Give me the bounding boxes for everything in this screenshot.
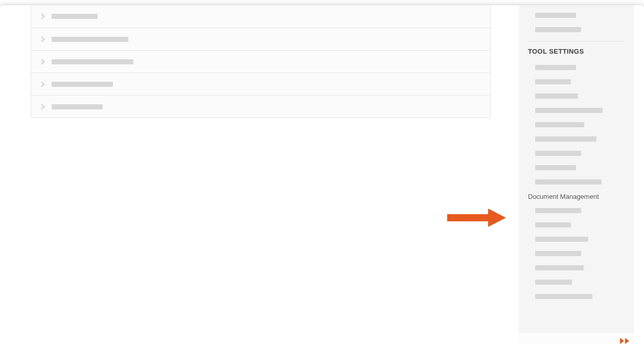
sidebar-item-label — [535, 108, 603, 113]
sidebar-item[interactable] — [528, 218, 625, 232]
accordion-item[interactable] — [31, 28, 490, 50]
sidebar-item-label — [535, 179, 602, 185]
chevron-right-icon — [40, 104, 45, 109]
sidebar-item[interactable] — [528, 8, 625, 22]
sidebar-item-document-management[interactable]: Document Management — [528, 189, 625, 203]
sidebar-item-label — [535, 122, 584, 127]
sidebar-item[interactable] — [528, 75, 625, 89]
sidebar-item-label — [535, 294, 592, 299]
chevron-right-icon — [40, 14, 45, 19]
sidebar-item-label — [535, 94, 578, 99]
accordion-item[interactable] — [31, 50, 490, 73]
sidebar-bottom-bar — [519, 332, 634, 344]
accordion-item[interactable] — [31, 5, 490, 28]
tool-settings-heading: TOOL SETTINGS — [528, 48, 625, 55]
sidebar-item[interactable] — [528, 160, 625, 175]
sidebar-divider — [528, 41, 625, 41]
sidebar-item-label — [535, 13, 576, 18]
sidebar-item-label — [535, 165, 576, 170]
annotation-arrow — [447, 209, 506, 227]
chevron-right-icon — [40, 59, 45, 64]
sidebar-item-label — [535, 222, 571, 227]
accordion-item[interactable] — [31, 95, 490, 118]
sidebar-item-label — [535, 208, 581, 213]
accordion-item-label — [52, 104, 103, 109]
svg-rect-0 — [447, 214, 491, 221]
accordion-item[interactable] — [31, 73, 490, 95]
sidebar-item[interactable] — [528, 261, 625, 275]
sidebar-item[interactable] — [528, 289, 625, 304]
sidebar-item[interactable] — [528, 103, 625, 118]
sidebar-item[interactable] — [528, 175, 625, 189]
accordion-item-label — [52, 37, 128, 42]
accordion-item-label — [52, 14, 98, 19]
sidebar-item[interactable] — [528, 132, 625, 146]
sidebar-item[interactable] — [528, 232, 625, 246]
sidebar-item-label — [535, 27, 581, 32]
accordion-item-label — [52, 82, 113, 87]
sidebar-item[interactable] — [528, 60, 625, 75]
fast-forward-icon[interactable] — [619, 337, 631, 344]
sidebar-item-label — [535, 151, 581, 156]
tool-settings-list: Document Management — [528, 60, 625, 304]
right-sidebar: TOOL SETTINGS Document Management — [519, 5, 634, 332]
chevron-right-icon — [40, 82, 45, 87]
sidebar-item-label — [535, 136, 596, 142]
sidebar-item[interactable] — [528, 275, 625, 289]
sidebar-item-label — [535, 237, 588, 242]
sidebar-item-label: Document Management — [528, 193, 599, 200]
sidebar-item-label — [535, 280, 572, 285]
app-frame: TOOL SETTINGS Document Management — [0, 5, 644, 344]
sidebar-item-label — [535, 79, 571, 84]
sidebar-item-label — [535, 65, 576, 70]
sidebar-item[interactable] — [528, 246, 625, 261]
sidebar-top-section — [528, 5, 625, 37]
sidebar-item[interactable] — [528, 118, 625, 132]
accordion-list — [31, 5, 491, 118]
sidebar-item[interactable] — [528, 146, 625, 160]
accordion-item-label — [52, 59, 133, 64]
sidebar-item-label — [535, 265, 584, 270]
sidebar-item-label — [535, 251, 581, 256]
sidebar-item[interactable] — [528, 22, 625, 37]
sidebar-item[interactable] — [528, 203, 625, 218]
main-content — [31, 5, 491, 118]
chevron-right-icon — [40, 37, 45, 42]
sidebar-item[interactable] — [528, 89, 625, 103]
